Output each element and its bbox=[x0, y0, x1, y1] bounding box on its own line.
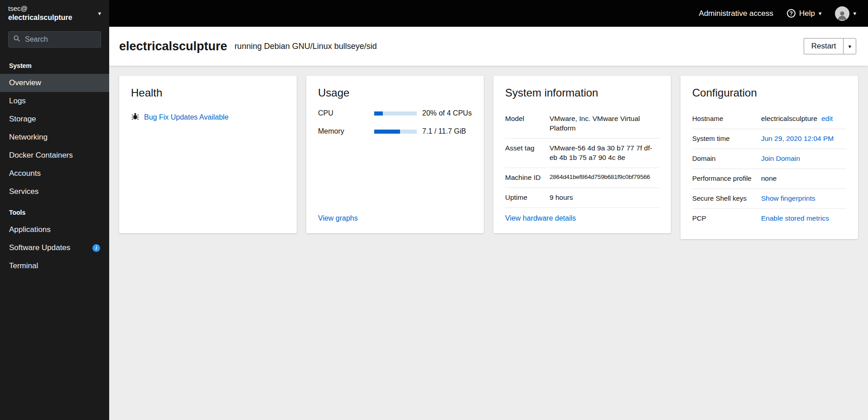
pcp-label: PCP bbox=[692, 214, 758, 223]
os-subtitle: running Debian GNU/Linux bullseye/sid bbox=[235, 42, 377, 51]
avatar bbox=[835, 6, 849, 21]
configuration-title: Configuration bbox=[692, 87, 846, 99]
model-value: VMware, Inc. VMware Virtual Platform bbox=[550, 114, 659, 133]
asset-tag-label: Asset tag bbox=[505, 144, 545, 163]
usage-card-title: Usage bbox=[318, 87, 472, 99]
chevron-down-icon: ▾ bbox=[98, 10, 101, 16]
host-switcher[interactable]: tsec@ electricalsculpture ▾ bbox=[0, 0, 109, 27]
secure-shell-keys-label: Secure Shell keys bbox=[692, 194, 758, 203]
machine-id-label: Machine ID bbox=[505, 173, 545, 183]
view-hardware-details-link[interactable]: View hardware details bbox=[505, 214, 659, 222]
chevron-down-icon: ▾ bbox=[848, 43, 851, 50]
performance-profile-label: Performance profile bbox=[692, 174, 758, 183]
search-icon bbox=[13, 35, 20, 44]
bug-icon bbox=[131, 112, 140, 122]
view-graphs-link[interactable]: View graphs bbox=[318, 214, 472, 222]
host-switcher-label: tsec@ electricalsculpture bbox=[8, 5, 72, 22]
cpu-usage-value: 20% of 4 CPUs bbox=[422, 109, 472, 117]
restart-split-button: Restart ▾ bbox=[804, 38, 856, 54]
hostname-value-wrap: electricalsculpture edit bbox=[761, 114, 846, 124]
hostname-edit-link[interactable]: edit bbox=[821, 115, 833, 122]
sidebar-item-terminal[interactable]: Terminal bbox=[0, 257, 109, 275]
uptime-value: 9 hours bbox=[550, 193, 659, 203]
enable-stored-metrics-link[interactable]: Enable stored metrics bbox=[761, 214, 846, 223]
masthead: Administrative access ? Help ▾ ▾ bbox=[109, 0, 868, 27]
restart-dropdown-toggle[interactable]: ▾ bbox=[843, 38, 856, 54]
cpu-usage-row: CPU 20% of 4 CPUs bbox=[318, 109, 472, 117]
hostname-value: electricalsculpture bbox=[761, 115, 817, 122]
bug-fix-updates-link[interactable]: Bug Fix Updates Available bbox=[144, 113, 228, 121]
hostname-row: Hostname electricalsculpture edit bbox=[692, 109, 846, 129]
restart-button[interactable]: Restart bbox=[804, 38, 844, 54]
software-updates-label: Software Updates bbox=[9, 243, 70, 252]
join-domain-link[interactable]: Join Domain bbox=[761, 154, 846, 164]
memory-usage-value: 7.1 / 11.7 GiB bbox=[422, 127, 472, 135]
sidebar-item-applications[interactable]: Applications bbox=[0, 221, 109, 239]
sidebar-item-storage[interactable]: Storage bbox=[0, 110, 109, 128]
performance-profile-value: none bbox=[761, 174, 846, 183]
search-box bbox=[8, 31, 101, 48]
sidebar-item-overview[interactable]: Overview bbox=[0, 74, 109, 92]
sidebar-item-logs[interactable]: Logs bbox=[0, 92, 109, 110]
machine-id-row: Machine ID 2864d41bef864d759b681f9c0bf79… bbox=[505, 168, 659, 188]
sidebar-item-networking[interactable]: Networking bbox=[0, 128, 109, 146]
memory-usage-row: Memory 7.1 / 11.7 GiB bbox=[318, 127, 472, 135]
system-time-row: System time Jun 29, 2020 12:04 PM bbox=[692, 129, 846, 149]
page-header: electricalsculpture running Debian GNU/L… bbox=[109, 27, 868, 66]
usage-card: Usage CPU 20% of 4 CPUs Memory 7.1 / 11.… bbox=[306, 76, 484, 233]
administrative-access-button[interactable]: Administrative access bbox=[699, 9, 773, 18]
sidebar-item-docker-containers[interactable]: Docker Containers bbox=[0, 146, 109, 164]
nav-section-system: System bbox=[0, 54, 109, 74]
system-time-label: System time bbox=[692, 134, 758, 143]
health-card-title: Health bbox=[131, 87, 285, 99]
system-information-title: System information bbox=[505, 87, 659, 99]
model-row: Model VMware, Inc. VMware Virtual Platfo… bbox=[505, 109, 659, 139]
question-circle-icon: ? bbox=[787, 9, 796, 18]
page-title: electricalsculpture bbox=[119, 39, 227, 53]
pcp-row: PCP Enable stored metrics bbox=[692, 209, 846, 228]
cpu-progress-fill bbox=[374, 111, 383, 116]
health-item: Bug Fix Updates Available bbox=[131, 112, 285, 122]
uptime-label: Uptime bbox=[505, 193, 545, 203]
sidebar-item-software-updates[interactable]: Software Updates i bbox=[0, 239, 109, 257]
main-area: Administrative access ? Help ▾ ▾ electri… bbox=[109, 0, 868, 420]
memory-progress-bar bbox=[374, 130, 417, 134]
secure-shell-keys-row: Secure Shell keys Show fingerprints bbox=[692, 189, 846, 209]
model-label: Model bbox=[505, 114, 545, 133]
machine-id-value: 2864d41bef864d759b681f9c0bf79566 bbox=[550, 173, 659, 183]
session-menu[interactable]: ▾ bbox=[835, 6, 856, 21]
help-menu[interactable]: ? Help ▾ bbox=[787, 9, 822, 18]
system-time-link[interactable]: Jun 29, 2020 12:04 PM bbox=[761, 134, 846, 144]
sidebar-nav: System Overview Logs Storage Networking … bbox=[0, 54, 109, 275]
sidebar-item-accounts[interactable]: Accounts bbox=[0, 164, 109, 183]
help-label: Help bbox=[799, 9, 815, 18]
asset-tag-row: Asset tag VMware-56 4d 9a 30 b7 77 7f df… bbox=[505, 139, 659, 168]
cockpit-app: tsec@ electricalsculpture ▾ System Overv… bbox=[0, 0, 868, 420]
cpu-label: CPU bbox=[318, 109, 369, 117]
username-text: tsec@ bbox=[8, 5, 72, 13]
info-icon: i bbox=[92, 244, 100, 252]
configuration-card: Configuration Hostname electricalsculptu… bbox=[680, 76, 858, 239]
uptime-row: Uptime 9 hours bbox=[505, 188, 659, 208]
sidebar: tsec@ electricalsculpture ▾ System Overv… bbox=[0, 0, 109, 420]
memory-label: Memory bbox=[318, 127, 369, 135]
domain-label: Domain bbox=[692, 154, 758, 163]
system-information-card: System information Model VMware, Inc. VM… bbox=[493, 76, 671, 233]
sidebar-item-services[interactable]: Services bbox=[0, 183, 109, 201]
cpu-progress-bar bbox=[374, 111, 417, 116]
hostname-text: electricalsculpture bbox=[8, 13, 72, 22]
show-fingerprints-link[interactable]: Show fingerprints bbox=[761, 194, 846, 203]
chevron-down-icon: ▾ bbox=[853, 10, 856, 16]
nav-section-tools: Tools bbox=[0, 201, 109, 221]
overview-content: Health bbox=[109, 66, 868, 420]
performance-profile-row: Performance profile none bbox=[692, 169, 846, 189]
asset-tag-value: VMware-56 4d 9a 30 b7 77 7f df-eb 4b 1b … bbox=[550, 144, 659, 163]
search-input[interactable] bbox=[24, 35, 96, 44]
domain-row: Domain Join Domain bbox=[692, 149, 846, 169]
health-card: Health bbox=[119, 76, 297, 233]
chevron-down-icon: ▾ bbox=[819, 10, 822, 16]
hostname-label: Hostname bbox=[692, 114, 758, 123]
memory-progress-fill bbox=[374, 130, 400, 134]
